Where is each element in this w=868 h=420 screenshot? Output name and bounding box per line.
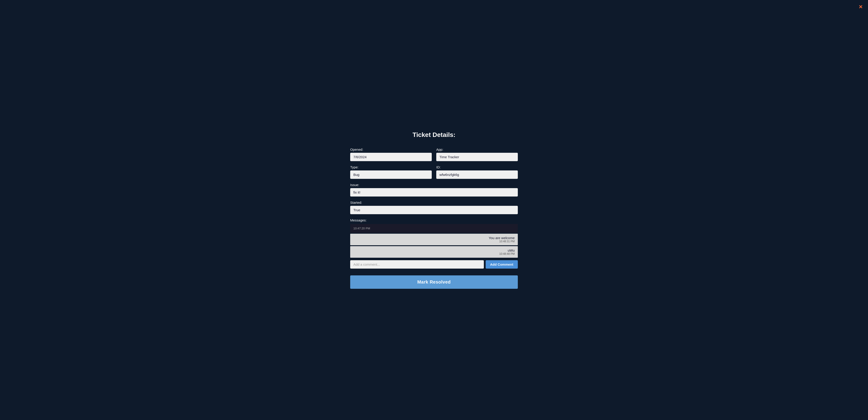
input-app[interactable]: [436, 153, 518, 161]
message-text-2: uWu: [353, 248, 515, 252]
label-id: ID:: [436, 165, 518, 169]
field-started: Started:: [350, 201, 518, 214]
mark-resolved-button[interactable]: Mark Resolved: [350, 275, 518, 289]
field-issue: Issue:: [350, 183, 518, 197]
row-issue: Issue:: [350, 183, 518, 197]
field-id: ID:: [436, 165, 518, 179]
message-time-1: 10:48:31 PM: [353, 240, 515, 243]
ticket-details-modal: Ticket Details: Opened: App: Type: ID:: [346, 122, 522, 298]
messages-label: Messages:: [350, 218, 518, 222]
messages-section: Messages: 10:47:20 PM You are welcome 10…: [350, 218, 518, 260]
row-started: Started:: [350, 201, 518, 214]
input-opened[interactable]: [350, 153, 432, 161]
form-container: Opened: App: Type: ID: Issue:: [350, 148, 518, 289]
field-type: Type:: [350, 165, 432, 179]
label-type: Type:: [350, 165, 432, 169]
message-item-2: uWu 10:48:48 PM: [350, 246, 518, 258]
message-item-0: 10:47:20 PM: [350, 224, 518, 233]
modal-title: Ticket Details:: [350, 131, 518, 139]
message-time-2: 10:48:48 PM: [353, 252, 515, 256]
field-app: App:: [436, 148, 518, 161]
label-started: Started:: [350, 201, 518, 205]
add-comment-button[interactable]: Add Comment: [486, 260, 518, 269]
message-item-1: You are welcome 10:48:31 PM: [350, 234, 518, 245]
input-type[interactable]: [350, 171, 432, 179]
comment-input[interactable]: [350, 260, 484, 269]
row-type-id: Type: ID:: [350, 165, 518, 179]
field-opened: Opened:: [350, 148, 432, 161]
close-button[interactable]: ×: [859, 4, 863, 10]
message-time-0: 10:47:20 PM: [353, 227, 370, 230]
input-issue[interactable]: [350, 188, 518, 197]
input-started[interactable]: [350, 206, 518, 214]
label-app: App:: [436, 148, 518, 151]
messages-scroll-area[interactable]: 10:47:20 PM You are welcome 10:48:31 PM …: [350, 224, 518, 260]
row-opened-app: Opened: App:: [350, 148, 518, 161]
input-id[interactable]: [436, 171, 518, 179]
label-opened: Opened:: [350, 148, 432, 151]
comment-row: Add Comment: [350, 260, 518, 269]
label-issue: Issue:: [350, 183, 518, 187]
message-text-1: You are welcome: [353, 236, 515, 240]
